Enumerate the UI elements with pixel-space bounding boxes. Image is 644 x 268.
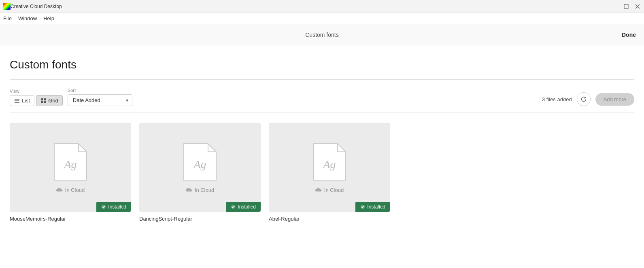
sort-select-wrapper: Date Added Name Type ▾ — [68, 94, 132, 106]
cloud-icon — [56, 187, 63, 192]
menu-file[interactable]: File — [3, 15, 12, 21]
cloud-status: In Cloud — [186, 187, 214, 193]
installed-label: Installed — [238, 204, 256, 210]
sort-select[interactable]: Date Added Name Type — [68, 94, 132, 106]
top-bar: Custom fonts Done — [0, 24, 644, 45]
cloud-icon — [315, 187, 322, 192]
check-icon — [360, 204, 365, 209]
installed-label: Installed — [367, 204, 385, 210]
controls-divider — [10, 113, 634, 113]
refresh-icon — [580, 96, 587, 102]
window-controls — [623, 3, 641, 10]
font-thumbnail[interactable]: Ag In Cloud Installed — [10, 123, 131, 212]
font-name: DancingScript-Regular — [139, 216, 261, 222]
font-thumbnail[interactable]: Ag In Cloud Installed — [139, 123, 261, 212]
list-label: List — [22, 98, 30, 104]
cloud-status-text: In Cloud — [195, 187, 214, 193]
grid-label: Grid — [48, 98, 58, 104]
font-thumbnail[interactable]: Ag In Cloud Installed — [269, 123, 390, 212]
menu-bar: File Window Help — [0, 13, 644, 24]
title-bar: Creative Cloud Desktop — [0, 0, 644, 13]
font-file-icon: Ag — [182, 142, 218, 182]
menu-window[interactable]: Window — [18, 15, 37, 21]
cloud-status-text: In Cloud — [324, 187, 344, 193]
cloud-status: In Cloud — [315, 187, 344, 193]
grid-icon — [40, 98, 46, 104]
installed-badge: Installed — [226, 202, 261, 212]
check-icon — [101, 204, 106, 209]
svg-rect-8 — [41, 101, 43, 103]
cloud-status-text: In Cloud — [65, 187, 85, 193]
right-controls: 3 files added Add more — [542, 92, 634, 106]
add-more-button[interactable]: Add more — [595, 93, 634, 106]
done-button[interactable]: Done — [622, 32, 636, 38]
font-card: Ag In Cloud Installed DancingScript-Regu… — [139, 123, 261, 222]
top-bar-title: Custom fonts — [305, 32, 338, 38]
font-grid: Ag In Cloud Installed MouseMemoirs-Regul… — [10, 123, 634, 222]
check-icon — [231, 204, 236, 209]
svg-rect-7 — [44, 98, 46, 100]
list-icon — [14, 98, 20, 104]
sort-label: Sort — [68, 88, 132, 93]
grid-view-button[interactable]: Grid — [36, 95, 63, 106]
close-button[interactable] — [634, 3, 641, 10]
font-file-icon: Ag — [311, 142, 348, 182]
title-divider — [10, 79, 634, 80]
svg-text:Ag: Ag — [193, 158, 206, 170]
maximize-button[interactable] — [623, 3, 629, 10]
svg-text:Ag: Ag — [63, 158, 77, 170]
app-icon — [3, 3, 11, 10]
page-title: Custom fonts — [10, 58, 634, 71]
refresh-button[interactable] — [577, 92, 591, 106]
sort-control-group: Sort Date Added Name Type ▾ — [68, 88, 132, 106]
font-card: Ag In Cloud Installed Abel-Regular — [269, 123, 390, 222]
font-name: MouseMemoirs-Regular — [10, 216, 131, 222]
installed-badge: Installed — [96, 202, 131, 212]
svg-rect-0 — [624, 4, 628, 9]
controls-row: View List G — [10, 88, 634, 106]
cloud-status: In Cloud — [56, 187, 85, 193]
svg-rect-6 — [41, 98, 43, 100]
installed-badge: Installed — [355, 202, 390, 212]
app-title: Creative Cloud Desktop — [11, 4, 623, 9]
view-label: View — [10, 89, 63, 94]
installed-label: Installed — [108, 204, 126, 210]
files-added-text: 3 files added — [542, 96, 572, 102]
font-name: Abel-Regular — [269, 216, 390, 222]
font-file-icon: Ag — [52, 142, 89, 182]
font-card: Ag In Cloud Installed MouseMemoirs-Regul… — [10, 123, 131, 222]
svg-text:Ag: Ag — [322, 158, 336, 170]
cloud-icon — [186, 187, 192, 192]
menu-help[interactable]: Help — [43, 15, 54, 21]
view-toggle: List Grid — [10, 95, 63, 106]
view-control-group: View List G — [10, 89, 63, 106]
svg-rect-9 — [44, 101, 46, 103]
main-content: Custom fonts View List — [0, 45, 644, 232]
list-view-button[interactable]: List — [10, 95, 34, 106]
